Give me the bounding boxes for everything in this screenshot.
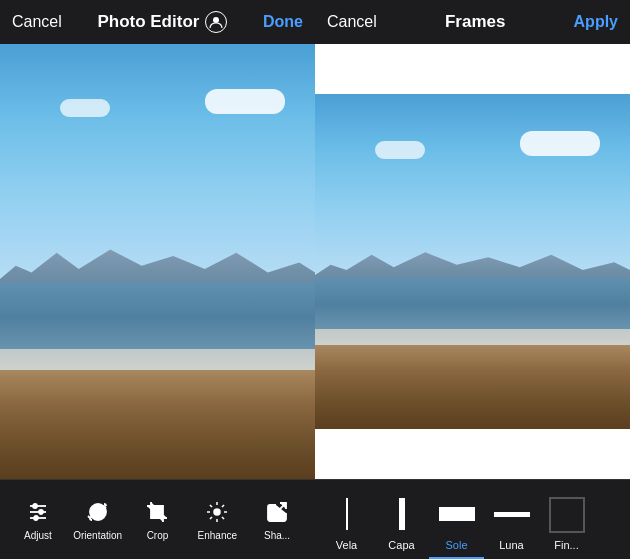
right-header: Cancel Frames Apply xyxy=(315,0,630,44)
fine-preview xyxy=(549,497,585,533)
frame-top xyxy=(315,44,630,94)
sole-icon xyxy=(439,507,475,521)
frame-vela[interactable]: Vela xyxy=(319,480,374,559)
frame-sole[interactable]: Sole xyxy=(429,480,484,559)
frame-capa[interactable]: Capa xyxy=(374,480,429,559)
left-header: Cancel Photo Editor Done xyxy=(0,0,315,44)
done-button[interactable]: Done xyxy=(263,13,303,31)
framed-image xyxy=(315,44,630,479)
cloud-r1 xyxy=(520,131,600,156)
svg-line-16 xyxy=(210,505,212,507)
right-image-area xyxy=(315,44,630,479)
crop-icon xyxy=(143,498,171,526)
sand-right xyxy=(315,345,630,429)
vela-preview xyxy=(328,495,366,533)
crop-tool[interactable]: Crop xyxy=(132,498,182,541)
svg-point-6 xyxy=(34,516,38,520)
left-title: Photo Editor xyxy=(97,12,199,32)
inner-beach xyxy=(315,94,630,429)
cloud-r2 xyxy=(375,141,425,159)
enhance-tool[interactable]: Enhance xyxy=(192,498,242,541)
enhance-label: Enhance xyxy=(198,530,237,541)
enhance-icon xyxy=(203,498,231,526)
svg-point-8 xyxy=(96,510,100,514)
svg-point-4 xyxy=(33,504,37,508)
frame-fine[interactable]: Fin... xyxy=(539,480,594,559)
svg-point-11 xyxy=(214,509,220,515)
beach-scene-right xyxy=(315,94,630,429)
share-label: Sha... xyxy=(264,530,290,541)
share-icon xyxy=(263,498,291,526)
orientation-icon xyxy=(84,498,112,526)
orientation-tool[interactable]: Orientation xyxy=(73,498,123,541)
svg-line-18 xyxy=(210,517,212,519)
right-panel: Cancel Frames Apply xyxy=(315,0,630,559)
svg-point-0 xyxy=(213,17,219,23)
vela-icon xyxy=(346,498,348,530)
crop-label: Crop xyxy=(147,530,169,541)
capa-icon xyxy=(399,498,405,530)
luna-label: Luna xyxy=(499,539,523,551)
capa-label: Capa xyxy=(388,539,414,551)
cloud1 xyxy=(205,89,285,114)
svg-point-5 xyxy=(39,510,43,514)
luna-preview xyxy=(493,495,531,533)
right-toolbar: Vela Capa Sole Luna Fin... xyxy=(315,479,630,559)
adjust-label: Adjust xyxy=(24,530,52,541)
luna-icon xyxy=(494,512,530,517)
frame-bottom xyxy=(315,429,630,479)
orientation-label: Orientation xyxy=(73,530,122,541)
right-title: Frames xyxy=(445,12,505,32)
sole-preview xyxy=(438,495,476,533)
sand-left xyxy=(0,370,315,479)
left-toolbar: Adjust Orientation xyxy=(0,479,315,559)
right-cancel-button[interactable]: Cancel xyxy=(327,13,377,31)
frame-luna[interactable]: Luna xyxy=(484,480,539,559)
sky-right xyxy=(315,94,630,278)
cloud2 xyxy=(60,99,110,117)
capa-preview xyxy=(383,495,421,533)
left-title-area: Photo Editor xyxy=(97,11,227,33)
apply-button[interactable]: Apply xyxy=(574,13,618,31)
adjust-tool[interactable]: Adjust xyxy=(13,498,63,541)
sky-left xyxy=(0,44,315,283)
adjust-icon xyxy=(24,498,52,526)
beach-scene-left xyxy=(0,44,315,479)
vela-label: Vela xyxy=(336,539,357,551)
share-tool[interactable]: Sha... xyxy=(252,498,302,541)
profile-icon[interactable] xyxy=(205,11,227,33)
left-image-area xyxy=(0,44,315,479)
left-panel: Cancel Photo Editor Done xyxy=(0,0,315,559)
svg-line-19 xyxy=(222,505,224,507)
left-cancel-button[interactable]: Cancel xyxy=(12,13,62,31)
svg-line-17 xyxy=(222,517,224,519)
fine-label: Fin... xyxy=(554,539,578,551)
sole-label: Sole xyxy=(445,539,467,551)
